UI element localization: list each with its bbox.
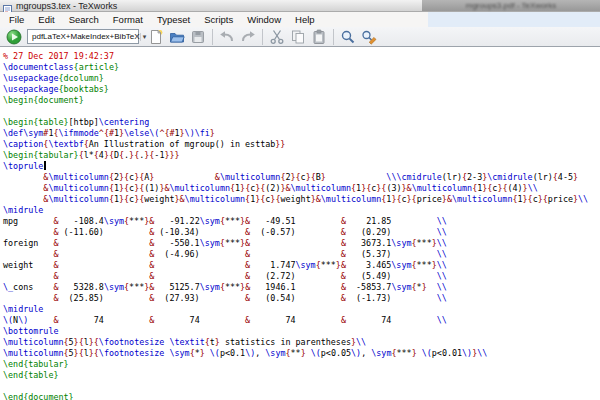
search-icon xyxy=(340,29,356,45)
code-line: \end{tabular} xyxy=(3,359,600,370)
code-line: &\multicolumn{1}{c}{(1)}&\multicolumn{1}… xyxy=(3,183,600,194)
code-line xyxy=(3,381,600,392)
toolbar: pdfLaTeX+MakeIndex+BibTeX ▾ xyxy=(0,27,600,47)
menu-item-window[interactable]: Window xyxy=(240,12,288,27)
open-folder-icon xyxy=(169,29,185,45)
code-line: \usepackage{dcolumn} xyxy=(3,73,600,84)
code-line: \begin{document} xyxy=(3,95,600,106)
toolbar-separator xyxy=(262,29,263,45)
copy-icon xyxy=(290,29,306,45)
code-line: \_cons & 5328.8\sym{***}& 5125.7\sym{***… xyxy=(3,282,600,293)
code-line: & (-11.60) & (-10.34) & (-0.57) & (0.29)… xyxy=(3,227,600,238)
texworks-app-icon xyxy=(3,1,12,11)
redo-icon xyxy=(240,29,256,45)
undo-icon xyxy=(219,29,235,45)
background-window-strip xyxy=(428,12,600,27)
background-window-title-bar[interactable]: mgroups3.pdf - TeXworks xyxy=(422,0,600,11)
replace-button[interactable] xyxy=(360,28,378,46)
cut-icon xyxy=(269,29,285,45)
toolbar-separator xyxy=(212,29,213,45)
menu-item-format[interactable]: Format xyxy=(106,12,150,27)
engine-selector[interactable]: pdfLaTeX+MakeIndex+BibTeX ▾ xyxy=(27,29,139,44)
background-window-title: mgroups3.pdf - TeXworks xyxy=(466,1,557,10)
code-line: foreign & & -550.1\sym{***}& & 3673.1\sy… xyxy=(3,238,600,249)
new-button[interactable] xyxy=(147,28,165,46)
paste-button[interactable] xyxy=(310,28,328,46)
editor[interactable]: % 27 Dec 2017 19:42:37\documentclass{art… xyxy=(0,47,600,400)
code-line: \begin{table}[htbp]\centering xyxy=(3,117,600,128)
code-line: & & & (2.72) & (5.49) \\ xyxy=(3,271,600,282)
code-line: \usepackage{booktabs} xyxy=(3,84,600,95)
window-title-bar: mgroups3.tex - TeXworks mgroups3.pdf - T… xyxy=(0,0,600,12)
redo-button[interactable] xyxy=(239,28,257,46)
dropdown-arrow-icon: ▾ xyxy=(140,33,147,41)
code-line: &\multicolumn{2}{c}{A} &\multicolumn{2}{… xyxy=(3,172,600,183)
texworks-window: mgroups3.tex - TeXworks mgroups3.pdf - T… xyxy=(0,0,600,400)
code-line: \multicolumn{5}{l}{\footnotesize \textit… xyxy=(3,337,600,348)
engine-selector-value: pdfLaTeX+MakeIndex+BibTeX xyxy=(32,32,140,41)
code-line: & (25.85) & (27.93) & (0.54) & (-1.73) \… xyxy=(3,293,600,304)
search-replace-icon xyxy=(361,29,377,45)
new-file-icon xyxy=(148,29,164,45)
code-line: \end{table} xyxy=(3,370,600,381)
window-title: mgroups3.tex - TeXworks xyxy=(16,0,117,12)
code-line: mpg & -108.4\sym{***}& -91.22\sym{***}& … xyxy=(3,216,600,227)
open-button[interactable] xyxy=(168,28,186,46)
menu-item-file[interactable]: File xyxy=(2,12,31,27)
code-line: \end{document} xyxy=(3,392,600,400)
save-button[interactable] xyxy=(189,28,207,46)
menu-item-help[interactable]: Help xyxy=(288,12,322,27)
code-line: % 27 Dec 2017 19:42:37 xyxy=(3,51,600,62)
code-line: \def\sym#1{\ifmmode^{#1}\else\(^{#1}\)\f… xyxy=(3,128,600,139)
code-line: & & (-4.96) & & (5.37) \\ xyxy=(3,249,600,260)
code-line: \midrule xyxy=(3,205,600,216)
paste-icon xyxy=(311,29,327,45)
code-line: \midrule xyxy=(3,304,600,315)
menu-item-edit[interactable]: Edit xyxy=(31,12,61,27)
code-line: \caption{\textbf{An Illustration of mgro… xyxy=(3,139,600,150)
menu-item-typeset[interactable]: Typeset xyxy=(150,12,197,27)
code-line: &\multicolumn{1}{c}{weight}&\multicolumn… xyxy=(3,194,600,205)
menu-bar: FileEditSearchFormatTypesetScriptsWindow… xyxy=(0,12,600,27)
save-icon xyxy=(190,29,206,45)
typeset-button[interactable] xyxy=(5,28,23,46)
text-cursor xyxy=(44,161,46,170)
code-line: \multicolumn{5}{l}{\footnotesize \sym{*}… xyxy=(3,348,600,359)
code-line: \documentclass{article} xyxy=(3,62,600,73)
menu-item-search[interactable]: Search xyxy=(62,12,106,27)
menu-item-scripts[interactable]: Scripts xyxy=(197,12,240,27)
code-line: \begin{tabular}{l*{4}{D{.}{.}{-1}}} xyxy=(3,150,600,161)
code-line: \toprule xyxy=(3,161,600,172)
code-line: \bottomrule xyxy=(3,326,600,337)
cut-button[interactable] xyxy=(268,28,286,46)
copy-button[interactable] xyxy=(289,28,307,46)
find-button[interactable] xyxy=(339,28,357,46)
toolbar-separator xyxy=(333,29,334,45)
code-line: weight & & & 1.747\sym{***}& 3.465\sym{*… xyxy=(3,260,600,271)
code-line xyxy=(3,106,600,117)
code-line: \(N\) & 74 & 74 & 74 & 74 \\ xyxy=(3,315,600,326)
play-icon xyxy=(6,29,22,45)
undo-button[interactable] xyxy=(218,28,236,46)
